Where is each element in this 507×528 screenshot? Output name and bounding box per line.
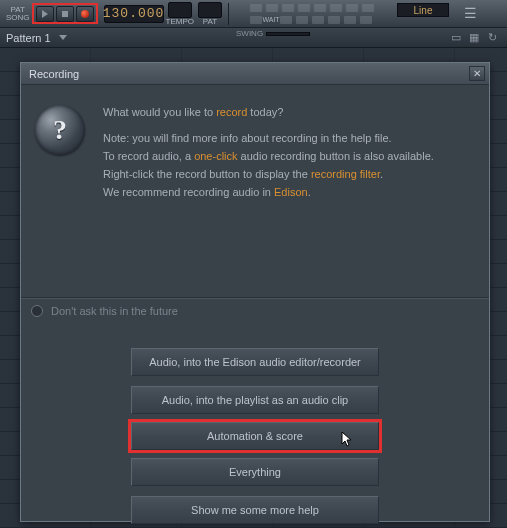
transport-highlight — [32, 3, 98, 24]
metronome-icon[interactable] — [249, 3, 263, 13]
stop-icon — [62, 11, 68, 17]
play-button[interactable] — [36, 6, 54, 22]
step-icon[interactable] — [329, 3, 343, 13]
dont-ask-row[interactable]: Don't ask this in the future — [31, 305, 178, 317]
pat-song-toggle[interactable]: PAT SONG — [6, 2, 30, 26]
recording-dialog: Recording ✕ ? What would you like to rec… — [20, 62, 490, 522]
pattern-selector[interactable]: Pattern 1 — [6, 32, 51, 44]
question-icon: ? — [35, 105, 85, 155]
pattern-number-display[interactable] — [168, 2, 192, 18]
opt6-icon[interactable] — [327, 15, 341, 25]
overdub-icon[interactable] — [297, 3, 311, 13]
repeat-icon[interactable]: ↻ — [483, 30, 501, 46]
opt5-icon[interactable] — [311, 15, 325, 25]
wait-icon[interactable] — [265, 3, 279, 13]
option-everything-button[interactable]: Everything — [131, 458, 379, 486]
toolbar-options: WAIT — [248, 0, 376, 28]
countdown-icon[interactable] — [281, 3, 295, 13]
option-automation-score-button[interactable]: Automation & score — [131, 422, 379, 450]
cursor-pointer-icon — [338, 431, 354, 449]
option-audio-edison-button[interactable]: Audio, into the Edison audio editor/reco… — [131, 348, 379, 376]
swing-slider[interactable] — [266, 32, 310, 36]
dialog-info-text: What would you like to record today? Not… — [103, 103, 434, 209]
tool-a-icon[interactable] — [345, 3, 359, 13]
tool-b-icon[interactable] — [361, 3, 375, 13]
loop-icon[interactable] — [313, 3, 327, 13]
opt7-icon[interactable] — [343, 15, 357, 25]
divider — [21, 297, 489, 298]
snap-select[interactable]: Line — [397, 3, 449, 17]
opt4-icon[interactable] — [295, 15, 309, 25]
swing-control[interactable]: SWING — [236, 29, 310, 38]
dialog-title: Recording — [29, 68, 469, 80]
option-audio-playlist-button[interactable]: Audio, into the playlist as an audio cli… — [131, 386, 379, 414]
graph-icon[interactable]: ▭ — [447, 30, 465, 46]
option-more-help-button[interactable]: Show me some more help — [131, 496, 379, 524]
chevron-down-icon — [59, 35, 67, 40]
record-icon — [81, 10, 89, 18]
tempo-display[interactable]: 130.000 — [104, 5, 164, 23]
magnet-icon[interactable]: ☰ — [457, 3, 483, 23]
main-toolbar: PAT SONG 130.000 TEMPO PAT WAIT — [0, 0, 507, 28]
keyboard-icon[interactable]: ▦ — [465, 30, 483, 46]
option-highlight: Automation & score — [128, 419, 382, 453]
pat-display[interactable] — [198, 2, 222, 18]
close-icon: ✕ — [473, 69, 481, 79]
opt1-icon[interactable] — [249, 15, 263, 25]
dialog-titlebar[interactable]: Recording ✕ — [21, 63, 489, 85]
stop-button[interactable] — [56, 6, 74, 22]
opt3-icon[interactable] — [279, 15, 293, 25]
opt8-icon[interactable] — [359, 15, 373, 25]
record-button[interactable] — [76, 6, 94, 22]
play-icon — [42, 10, 48, 18]
close-button[interactable]: ✕ — [469, 66, 485, 81]
radio-icon[interactable] — [31, 305, 43, 317]
pattern-bar: Pattern 1 SWING ▭ ▦ ↻ — [0, 28, 507, 48]
